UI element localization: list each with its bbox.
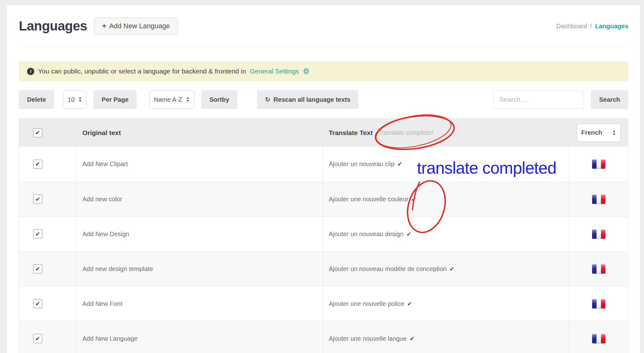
page-title: Languages bbox=[19, 19, 87, 34]
france-flag-icon bbox=[592, 160, 605, 169]
row-checkbox[interactable]: ✔ bbox=[33, 264, 42, 274]
row-checkbox[interactable]: ✔ bbox=[33, 299, 42, 308]
translate-text-header: Translate Text bbox=[329, 129, 373, 137]
table-body: ✔ Add New Clipart Ajouter un nouveau cli… bbox=[19, 147, 628, 353]
language-select[interactable]: French ▲▼ bbox=[577, 124, 621, 142]
row-checkbox[interactable]: ✔ bbox=[33, 334, 42, 343]
row-original-text: Add New Language bbox=[82, 335, 138, 342]
table-header-row: ✔ Original text Translate Text Translate… bbox=[19, 119, 628, 147]
original-text-header: Original text bbox=[82, 129, 121, 137]
info-text: You can public, unpublic or select a lan… bbox=[38, 68, 246, 75]
check-icon: ✔ bbox=[35, 266, 40, 272]
add-new-language-button[interactable]: + Add New Language bbox=[94, 18, 178, 35]
general-settings-link[interactable]: General Settings bbox=[250, 68, 299, 75]
search-button[interactable]: Search bbox=[591, 90, 628, 109]
language-select-value: French bbox=[581, 129, 602, 136]
check-icon: ✔ bbox=[35, 336, 40, 342]
page-header: Languages + Add New Language Dashboard /… bbox=[19, 5, 628, 46]
row-checkbox[interactable]: ✔ bbox=[33, 229, 42, 239]
translated-check-icon: ✔ bbox=[406, 231, 411, 238]
breadcrumb: Dashboard / Languages bbox=[556, 23, 628, 30]
translate-complete-hint: Translate complete! bbox=[378, 129, 433, 136]
table-row: ✔ Add new design template Ajouter un nou… bbox=[19, 251, 628, 286]
breadcrumb-dashboard[interactable]: Dashboard bbox=[556, 23, 587, 30]
rescan-label: Rescan all language texts bbox=[274, 96, 351, 103]
row-translation-text: Ajouter une nouvelle langue bbox=[329, 335, 407, 342]
caret-updown-icon: ▲▼ bbox=[186, 96, 190, 103]
plus-icon: + bbox=[102, 22, 106, 30]
check-icon: ✔ bbox=[35, 231, 40, 237]
sortby-button[interactable]: Sortby bbox=[201, 90, 237, 109]
refresh-icon: ↻ bbox=[265, 96, 270, 103]
france-flag-icon bbox=[592, 334, 605, 343]
row-translation-text: Ajouter une nouvelle couleur bbox=[329, 196, 409, 203]
row-original-text: Add new design template bbox=[82, 265, 153, 273]
france-flag-icon bbox=[592, 264, 605, 274]
translated-check-icon: ✔ bbox=[407, 300, 412, 307]
france-flag-icon bbox=[592, 299, 605, 308]
row-checkbox[interactable]: ✔ bbox=[33, 160, 42, 169]
per-page-select-value: 10 bbox=[68, 96, 75, 103]
translated-check-icon: ✔ bbox=[449, 265, 454, 273]
france-flag-icon bbox=[592, 230, 605, 239]
toolbar: Delete 10 ▲▼ Per Page Name A-Z ▲▼ Sortby… bbox=[19, 90, 628, 109]
search-input[interactable] bbox=[493, 90, 584, 109]
sort-select[interactable]: Name A-Z ▲▼ bbox=[149, 90, 194, 109]
table-row: ✔ Add New Clipart Ajouter un nouveau cli… bbox=[19, 147, 628, 182]
row-original-text: Add New Font bbox=[82, 300, 122, 307]
breadcrumb-separator: / bbox=[590, 23, 592, 30]
info-bar: i You can public, unpublic or select a l… bbox=[19, 61, 628, 81]
caret-updown-icon: ▲▼ bbox=[78, 96, 82, 103]
translated-check-icon: ✔ bbox=[411, 196, 416, 203]
select-all-checkbox[interactable]: ✔ bbox=[33, 128, 42, 138]
check-icon: ✔ bbox=[35, 196, 40, 202]
row-translation-text: Ajouter un nouveau design bbox=[329, 231, 404, 238]
row-checkbox[interactable]: ✔ bbox=[33, 194, 42, 204]
translated-check-icon: ✔ bbox=[397, 160, 402, 168]
row-translation-text: Ajouter une nouvelle police bbox=[329, 300, 404, 307]
check-icon: ✔ bbox=[35, 301, 40, 307]
caret-updown-icon: ▲▼ bbox=[613, 130, 616, 136]
breadcrumb-languages: Languages bbox=[595, 23, 628, 30]
sort-select-value: Name A-Z bbox=[154, 96, 182, 103]
per-page-button[interactable]: Per Page bbox=[93, 90, 137, 109]
content-card: Languages + Add New Language Dashboard /… bbox=[7, 5, 640, 353]
row-translation-text: Ajouter un nouveau clip bbox=[329, 160, 395, 168]
row-translation-text: Ajouter un nouveau modèle de conception bbox=[329, 265, 447, 273]
translations-table: ✔ Original text Translate Text Translate… bbox=[19, 118, 628, 353]
info-icon: i bbox=[27, 68, 34, 75]
check-icon: ✔ bbox=[35, 130, 40, 136]
row-original-text: Add New Design bbox=[82, 231, 129, 238]
row-original-text: Add New Clipart bbox=[82, 160, 128, 168]
delete-button[interactable]: Delete bbox=[19, 90, 54, 109]
table-row: ✔ Add new color Ajouter une nouvelle cou… bbox=[19, 182, 628, 216]
table-row: ✔ Add New Language Ajouter une nouvelle … bbox=[19, 321, 628, 353]
france-flag-icon bbox=[592, 195, 605, 204]
row-original-text: Add new color bbox=[82, 196, 122, 203]
rescan-button[interactable]: ↻ Rescan all language texts bbox=[257, 90, 358, 109]
table-row: ✔ Add New Design Ajouter un nouveau desi… bbox=[19, 216, 628, 251]
per-page-select[interactable]: 10 ▲▼ bbox=[63, 90, 86, 109]
check-icon: ✔ bbox=[35, 161, 40, 167]
translated-check-icon: ✔ bbox=[409, 335, 414, 342]
gear-icon[interactable]: ⚙ bbox=[303, 68, 310, 75]
table-row: ✔ Add New Font Ajouter une nouvelle poli… bbox=[19, 286, 628, 321]
add-new-language-label: Add New Language bbox=[109, 22, 170, 30]
